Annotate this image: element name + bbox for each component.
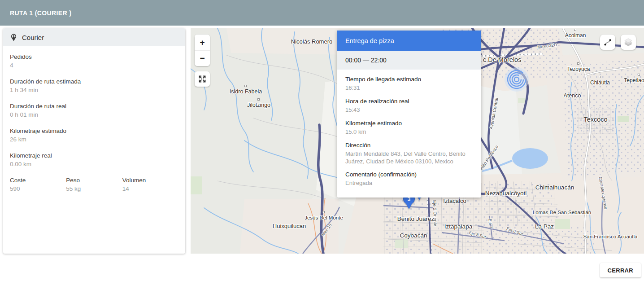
footer-divider xyxy=(0,257,644,257)
stat-value: 4 xyxy=(10,62,178,69)
map-place-label: Benito Juárez xyxy=(397,215,435,222)
route-view-button[interactable] xyxy=(600,35,615,50)
expand-arrows-icon xyxy=(198,75,206,83)
order-popup: Entrega de pizza 00:00 — 22:00 Tiempo de… xyxy=(337,31,481,198)
stat-block: Kilometraje real 0.00 km xyxy=(10,152,178,167)
map-place-dot xyxy=(577,62,579,65)
zoom-control: + − xyxy=(195,35,210,66)
popup-field-label: Kilometraje estimado xyxy=(345,120,473,127)
map-place-label: Huixquilucan xyxy=(273,223,306,229)
stat-block: Duración de ruta estimada 1 h 34 min xyxy=(10,78,178,93)
popup-title-bar: Entrega de pizza xyxy=(337,31,481,51)
depot-spiral-marker[interactable] xyxy=(503,66,530,93)
map-place-label: Tezoyuca xyxy=(567,66,590,72)
panel-title: Courier xyxy=(22,34,44,41)
map-place-label: Coyoacán xyxy=(400,232,427,239)
stat-label: Peso xyxy=(66,177,122,184)
stat-label: Volumen xyxy=(122,177,178,184)
layers-icon xyxy=(623,37,634,48)
popup-field-label: Tiempo de llegada estimado xyxy=(345,76,473,83)
zoom-out-button[interactable]: − xyxy=(195,50,210,66)
map-place-dot xyxy=(257,98,260,101)
map-place-dot xyxy=(599,76,601,78)
map-place-label: Lomas De San Sebastián xyxy=(533,210,591,215)
stat-block: Peso 55 kg xyxy=(66,177,122,192)
popup-field-value: 15:43 xyxy=(345,106,473,114)
map-place-label: c De Morelos xyxy=(483,56,521,63)
stat-block: Coste 590 xyxy=(10,177,66,192)
map-place-dot xyxy=(571,89,573,91)
map-place-label: Acolman xyxy=(565,32,586,39)
popup-field-label: Comentario (confirmación) xyxy=(345,171,473,178)
courier-person-pin-icon xyxy=(9,33,18,42)
popup-field: Comentario (confirmación) Entregada xyxy=(345,171,473,187)
map-place-dot xyxy=(638,74,640,76)
courier-info-panel: Courier Pedidos 4 Duración de ruta estim… xyxy=(3,28,185,254)
popup-field: Dirección Martín Mendalde 843, Del Valle… xyxy=(345,142,473,166)
stat-value: 1 h 34 min xyxy=(10,87,178,93)
courier-stats-row: Coste 590 Peso 55 kg Volumen 14 xyxy=(3,177,185,192)
map-place-label: Atenco xyxy=(564,92,581,99)
popup-field-value: Entregada xyxy=(345,180,473,187)
map-place-label: La Paz xyxy=(535,223,554,230)
popup-field-value: 16:31 xyxy=(345,84,473,92)
stat-block: Volumen 14 xyxy=(122,177,178,192)
stat-value: 590 xyxy=(10,185,66,192)
courier-panel-header: Courier xyxy=(3,28,185,46)
popup-field-label: Hora de realización real xyxy=(345,98,473,105)
stat-label: Kilometraje real xyxy=(10,152,178,159)
popup-field: Hora de realización real 15:43 xyxy=(345,98,473,114)
fullscreen-button[interactable] xyxy=(195,71,210,87)
stat-value: 55 kg xyxy=(66,185,122,192)
courier-stats: Pedidos 4 Duración de ruta estimada 1 h … xyxy=(3,46,185,167)
popup-field: Kilometraje estimado 15.0 km xyxy=(345,120,473,136)
popup-field-label: Dirección xyxy=(345,142,473,149)
popup-fields: Tiempo de llegada estimado 16:31 Hora de… xyxy=(337,70,481,198)
map-place-label: San Francisco Acuautla xyxy=(583,234,638,239)
window-header: RUTA 1 (COURIER ) xyxy=(0,0,644,26)
close-button[interactable]: CERRAR xyxy=(600,263,641,277)
popup-field-value: Martín Mendalde 843, Del Valle Centro, B… xyxy=(345,150,473,166)
popup-field-value: 15.0 km xyxy=(345,128,473,136)
map-road-label: Eje 2 Oriente xyxy=(432,200,438,227)
stat-value: 0.00 km xyxy=(10,161,178,167)
map-place-label: Nicolás Romero xyxy=(291,38,332,45)
map-place-label: Jilotzingo xyxy=(247,102,270,108)
map-place-dot xyxy=(244,85,247,87)
zoom-in-button[interactable]: + xyxy=(195,35,210,50)
popup-field: Tiempo de llegada estimado 16:31 xyxy=(345,76,473,92)
popup-title: Entrega de pizza xyxy=(345,37,394,44)
popup-time-window: 00:00 — 22:00 xyxy=(337,51,481,70)
map-road-label: Eje 7 xyxy=(488,219,494,229)
map-place-label: Iztacalco xyxy=(443,198,466,204)
layers-button[interactable] xyxy=(621,35,636,50)
map-place-label: Jesús Del Monte xyxy=(305,215,343,220)
stat-label: Coste xyxy=(10,177,66,184)
route-title: RUTA 1 (COURIER ) xyxy=(10,9,71,17)
map-place-label: Chimalhuacán xyxy=(535,184,574,191)
stat-block: Duración de ruta real 0 h 01 min xyxy=(10,103,178,118)
stat-label: Duración de ruta estimada xyxy=(10,78,178,85)
map-place-label: Isidro Fabela xyxy=(230,88,262,95)
stat-value: 0 h 01 min xyxy=(10,111,178,118)
stat-value: 26 km xyxy=(10,136,178,143)
map-place-label: Chiautla xyxy=(590,79,610,86)
stat-block: Kilometraje estimado 26 km xyxy=(10,127,178,143)
map-place-dot xyxy=(574,29,576,31)
map-place-dot xyxy=(322,211,325,213)
map-place-label: Tepetlaoxtoc xyxy=(624,77,644,83)
route-icon xyxy=(603,37,613,47)
map-place-label: Texcoco xyxy=(583,116,607,123)
stat-label: Pedidos xyxy=(10,53,178,60)
stat-block: Pedidos 4 xyxy=(10,53,178,69)
map-place-label: Iztapalapa xyxy=(444,223,472,230)
stat-label: Duración de ruta real xyxy=(10,103,178,110)
map-canvas[interactable]: 43 Entrega de pizza 00:00 — 22:00 Tiempo… xyxy=(191,28,644,254)
map-place-label: Nezahualcóyotl xyxy=(485,190,527,197)
stat-value: 14 xyxy=(122,185,178,192)
stat-label: Kilometraje estimado xyxy=(10,127,178,134)
